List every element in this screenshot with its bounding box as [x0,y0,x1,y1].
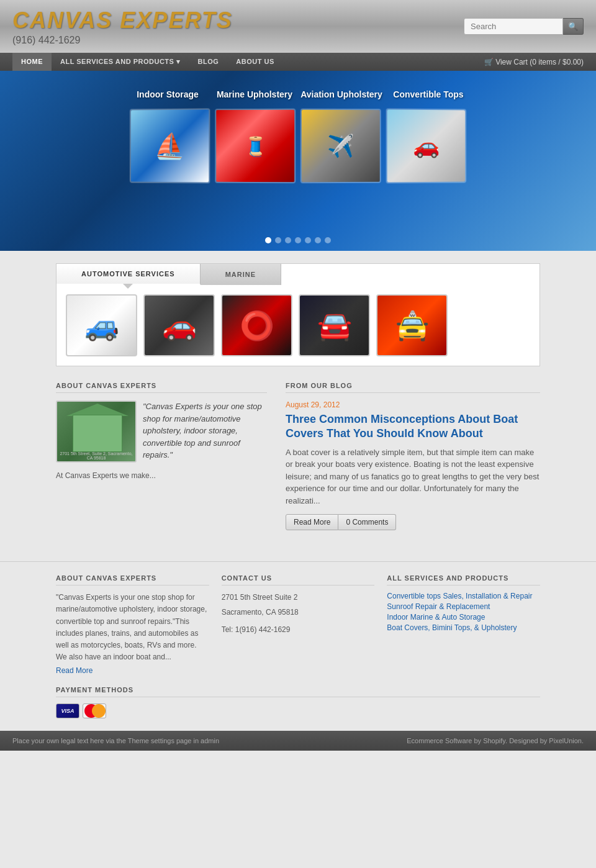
hero-image-convertible[interactable]: 🚗 [386,108,467,183]
hero-dots [265,237,331,243]
footer-services-title: ALL SERVICES AND PRODUCTS [387,574,540,585]
blog-section: FROM OUR BLOG August 29, 2012 Three Comm… [286,382,540,530]
footer-about-title: ABOUT CANVAS EXPERTS [56,574,209,585]
hero-cat-indoor[interactable]: Indoor Storage [124,89,211,99]
nav-about[interactable]: ABOUT US [227,53,282,71]
read-more-button[interactable]: Read More [286,514,338,530]
nav-home[interactable]: HOME [12,53,52,71]
hero-dot-5[interactable] [305,237,311,243]
hero-dot-6[interactable] [315,237,321,243]
footer-service-boat-covers[interactable]: Boat Covers, Bimini Tops, & Upholstery [387,623,540,632]
tabs-section: AUTOMOTIVE SERVICES MARINE 🚙 🚗 ⭕ 🚘 🚖 [56,263,540,366]
two-column-section: ABOUT CANVAS EXPERTS 2701 5th Street, Su… [56,382,540,530]
service-thumb-black-audi[interactable]: 🚗 [143,294,215,356]
site-phone: (916) 442-1629 [12,35,80,46]
visa-icon: VISA [56,703,79,718]
footer-about-read-more[interactable]: Read More [56,666,209,675]
nav-services[interactable]: ALL SERVICES AND PRODUCTS ▾ [52,53,189,71]
store-address-label: 2701 5th Street, Suite 2, Sacramento, CA… [57,451,135,460]
footer-about-text: "Canvas Experts is your one stop shop fo… [56,592,209,663]
tabs-header: AUTOMOTIVE SERVICES MARINE [56,264,540,285]
search-button[interactable]: 🔍 [563,18,584,35]
powered-text: Ecommerce Software by Shopify. Designed … [407,737,584,744]
about-section: ABOUT CANVAS EXPERTS 2701 5th Street, Su… [56,382,267,530]
service-thumb-red-wheel[interactable]: ⭕ [221,294,292,356]
footer-bottom: Place your own legal text here via the T… [0,731,596,751]
payment-icons: VISA [56,703,540,718]
footer-address1: 2701 5th Street Suite 2 [222,592,375,604]
hero-dot-7[interactable] [325,237,331,243]
hero-dot-1[interactable] [265,237,271,243]
about-store-image: 2701 5th Street, Suite 2, Sacramento, CA… [56,400,137,463]
building-roof [66,404,129,416]
main-nav: HOME ALL SERVICES AND PRODUCTS ▾ BLOG AB… [0,53,596,71]
blog-title: FROM OUR BLOG [286,382,540,393]
search-area: 🔍 [464,18,584,35]
hero-image-row: ⛵ 🧵 ✈️ 🚗 [0,109,596,183]
logo-area: CANVAS EXPERTS (916) 442-1629 [12,7,233,46]
footer-services-col: ALL SERVICES AND PRODUCTS Convertible to… [387,574,540,677]
footer-columns: ABOUT CANVAS EXPERTS "Canvas Experts is … [56,574,540,677]
hero-image-sailboat[interactable]: ⛵ [130,108,210,183]
site-logo[interactable]: CANVAS EXPERTS [12,7,233,34]
cart-link[interactable]: 🛒 View Cart (0 items / $0.00) [484,58,584,66]
payment-section: PAYMENT METHODS VISA [56,686,540,718]
sailboat-icon: ⛵ [131,109,209,182]
payment-title: PAYMENT METHODS [56,686,540,697]
service-thumb-white-audi[interactable]: 🚙 [66,294,137,356]
footer-phone-number: 1(916) 442-1629 [235,625,291,634]
hero-cat-marine[interactable]: Marine Upholstery [211,89,298,99]
comments-button[interactable]: 0 Comments [338,514,396,530]
hero-cat-convertible[interactable]: Convertible Tops [385,89,472,99]
about-quote: "Canvas Experts is your one stop shop fo… [143,400,267,463]
footer-address2: Sacramento, CA 95818 [222,607,375,618]
about-image-box: 2701 5th Street, Suite 2, Sacramento, CA… [56,400,267,463]
footer-about-col: ABOUT CANVAS EXPERTS "Canvas Experts is … [56,574,209,677]
hero-dot-4[interactable] [295,237,301,243]
footer-top: ABOUT CANVAS EXPERTS "Canvas Experts is … [0,561,596,731]
hero-image-fabric[interactable]: 🧵 [215,109,296,183]
fabric-icon: 🧵 [216,110,294,182]
about-body-text: At Canvas Experts we make... [56,470,267,482]
mc-yellow-circle [92,704,106,718]
main-content: AUTOMOTIVE SERVICES MARINE 🚙 🚗 ⭕ 🚘 🚖 ABO… [0,251,596,561]
nav-links: HOME ALL SERVICES AND PRODUCTS ▾ BLOG AB… [12,53,283,71]
site-header: CANVAS EXPERTS (916) 442-1629 🔍 [0,0,596,53]
cart-label: View Cart (0 items / $0.00) [495,58,584,66]
service-thumb-sunroof[interactable]: 🚘 [299,294,370,356]
hero-categories: Indoor Storage Marine Upholstery Aviatio… [0,89,596,99]
blog-actions: Read More 0 Comments [286,514,540,530]
convertible-icon: 🚗 [387,109,466,182]
tab-marine[interactable]: MARINE [201,264,281,285]
cart-icon: 🛒 [484,58,494,66]
hero-image-plane[interactable]: ✈️ [300,109,381,183]
search-input[interactable] [464,18,563,35]
mastercard-icon [83,703,106,718]
legal-text: Place your own legal text here via the T… [12,737,219,744]
footer-contact-col: CONTACT US 2701 5th Street Suite 2 Sacra… [222,574,375,677]
blog-post-title[interactable]: Three Common Misconceptions About Boat C… [286,412,540,441]
footer-contact-title: CONTACT US [222,574,375,585]
tab-automotive[interactable]: AUTOMOTIVE SERVICES [56,264,201,285]
building-shape [73,415,122,452]
content-wrapper: AUTOMOTIVE SERVICES MARINE 🚙 🚗 ⭕ 🚘 🚖 ABO… [56,263,540,530]
footer-phone-label: Tel: [222,625,233,634]
footer-service-convertible[interactable]: Convertible tops Sales, Installation & R… [387,592,540,600]
blog-date: August 29, 2012 [286,400,540,409]
tabs-content: 🚙 🚗 ⭕ 🚘 🚖 [56,285,540,366]
service-thumb-red-car[interactable]: 🚖 [376,294,448,356]
footer-phone: Tel: 1(916) 442-1629 [222,624,375,636]
footer-service-storage[interactable]: Indoor Marine & Auto Storage [387,613,540,622]
hero-dot-2[interactable] [275,237,281,243]
nav-blog[interactable]: BLOG [189,53,228,71]
plane-icon: ✈️ [302,110,380,182]
hero-cat-aviation[interactable]: Aviation Upholstery [298,89,385,99]
hero-banner: Indoor Storage Marine Upholstery Aviatio… [0,71,596,251]
about-title: ABOUT CANVAS EXPERTS [56,382,267,393]
blog-excerpt: A boat cover is a relatively simple item… [286,446,540,507]
hero-dot-3[interactable] [285,237,291,243]
footer-service-sunroof[interactable]: Sunroof Repair & Replacement [387,602,540,611]
